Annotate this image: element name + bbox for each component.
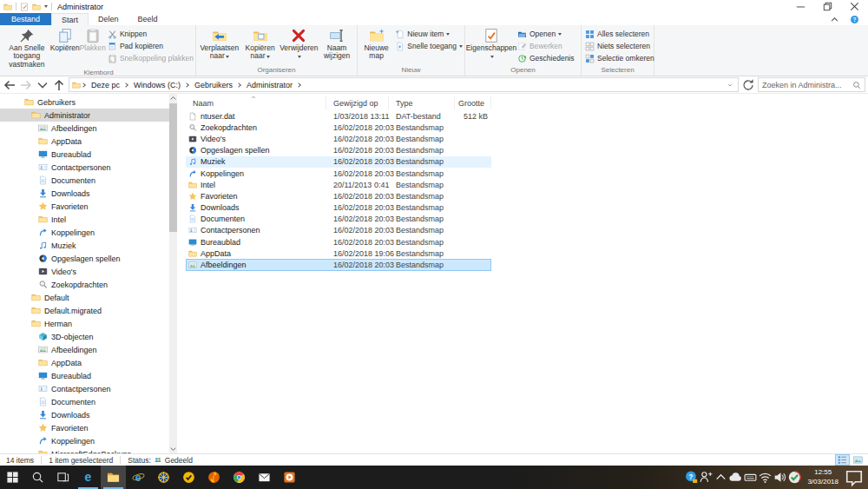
sidebar-item[interactable]: Downloads (0, 408, 177, 421)
breadcrumb-item[interactable]: Gebruikers (191, 81, 243, 89)
sidebar-item[interactable]: Afbeeldingen (0, 122, 177, 135)
qat-new-folder-icon[interactable] (32, 3, 41, 11)
sidebar-item[interactable]: Video's (0, 265, 177, 278)
close-button[interactable] (841, 0, 868, 13)
details-view-button[interactable] (835, 454, 850, 466)
breadcrumb-item[interactable]: Windows (C:) (130, 81, 191, 89)
tray-icon[interactable]: ? (684, 466, 699, 489)
sidebar-item[interactable]: MicrosoftEdgeBackups (0, 447, 177, 453)
select-none-button[interactable]: Niets selecteren (585, 41, 654, 51)
forward-button[interactable] (19, 78, 33, 92)
sidebar-item[interactable]: Documenten (0, 395, 177, 408)
tab-file[interactable]: Bestand (0, 13, 51, 25)
taskbar-app[interactable] (176, 466, 201, 489)
open-button[interactable]: Openen (517, 29, 575, 39)
copy-button[interactable]: Kopiëren (50, 25, 80, 69)
ribbon-tab[interactable]: Beeld (128, 13, 168, 25)
sidebar-item[interactable]: Opgeslagen spellen (0, 252, 177, 265)
action-center-icon[interactable] (844, 466, 865, 489)
copy-path-button[interactable]: Pad kopiëren (108, 41, 194, 51)
taskbar-app[interactable] (227, 466, 252, 489)
paste-shortcut-button[interactable]: Snelkoppeling plakken (108, 53, 194, 63)
tray-icon[interactable] (743, 466, 758, 489)
sidebar-item[interactable]: Documenten (0, 174, 177, 187)
sidebar-item[interactable]: Favorieten (0, 421, 177, 434)
tray-icon[interactable] (728, 466, 743, 489)
invert-selection-button[interactable]: Selectie omkeren (585, 53, 654, 63)
file-row[interactable]: ntuser.dat 1/03/2018 13:11 DAT-bestand 5… (186, 110, 491, 122)
qat-customize-icon[interactable] (44, 5, 48, 8)
easy-access-button[interactable]: Snelle toegang (395, 41, 463, 51)
sidebar-item[interactable]: AppData (0, 356, 177, 369)
sidebar-item[interactable]: Herman (0, 317, 177, 330)
sidebar-item[interactable]: 3D-objecten (0, 330, 177, 343)
scroll-down-icon[interactable] (169, 445, 177, 453)
tray-icon[interactable] (713, 466, 728, 489)
minimize-button[interactable] (787, 0, 814, 13)
sidebar-scrollbar[interactable] (169, 94, 177, 453)
sidebar-item[interactable]: AppData (0, 135, 177, 148)
sidebar-item[interactable]: Default (0, 291, 177, 304)
taskbar-app[interactable]: e (126, 466, 151, 489)
sidebar-item[interactable]: Intel (0, 213, 177, 226)
sidebar-item[interactable]: Afbeeldingen (0, 343, 177, 356)
properties-button[interactable]: Eigenschappen (467, 25, 516, 66)
ribbon-tab[interactable]: Start (51, 13, 89, 25)
column-header-modified[interactable]: Gewijzigd op (326, 96, 389, 109)
sidebar-item[interactable]: Downloads (0, 187, 177, 200)
file-row[interactable]: Zoekopdrachten 16/02/2018 20:03 Bestands… (186, 122, 491, 133)
tray-icon[interactable] (773, 466, 787, 489)
file-row[interactable]: Afbeeldingen 16/02/2018 20:03 Bestandsma… (186, 259, 491, 270)
up-button[interactable] (52, 78, 66, 92)
rename-button[interactable]: Naam wijzigen (319, 25, 355, 66)
sidebar-item[interactable]: Contactpersonen (0, 382, 177, 395)
column-header-size[interactable]: Grootte (455, 96, 491, 109)
tray-icon[interactable] (758, 466, 773, 489)
pin-to-quick-access-button[interactable]: Aan Snelle toegang vastmaken (3, 25, 50, 69)
new-folder-button[interactable]: Nieuwe map (359, 25, 393, 66)
new-item-button[interactable]: Nieuw item (395, 29, 463, 39)
taskbar-app[interactable] (50, 466, 76, 489)
sidebar-item[interactable]: Bureaublad (0, 369, 177, 382)
scroll-up-icon[interactable] (169, 94, 177, 102)
breadcrumb-item[interactable]: Deze pc (88, 81, 130, 89)
sidebar-item[interactable]: Zoekopdrachten (0, 278, 177, 291)
cut-button[interactable]: Knippen (108, 29, 194, 39)
sidebar-item[interactable]: Koppelingen (0, 226, 177, 239)
file-row[interactable]: AppData 16/02/2018 19:06 Bestandsmap (186, 248, 491, 259)
thumbnails-view-button[interactable] (851, 454, 865, 466)
file-row[interactable]: Intel 20/11/2013 0:41 Bestandsmap (186, 179, 491, 190)
column-header-name[interactable]: Naam (186, 96, 326, 109)
file-row[interactable]: Bureaublad 16/02/2018 20:03 Bestandsmap (186, 236, 491, 248)
column-header-type[interactable]: Type (389, 96, 455, 109)
sidebar-item[interactable]: Favorieten (0, 200, 177, 213)
file-row[interactable]: Video's 16/02/2018 20:03 Bestandsmap (186, 133, 491, 144)
sidebar-item[interactable]: Contactpersonen (0, 161, 177, 174)
recent-locations-caret[interactable] (36, 78, 49, 92)
scrollbar-thumb[interactable] (169, 103, 177, 232)
restore-button[interactable] (814, 0, 841, 13)
sidebar-item[interactable]: Administrator (0, 109, 177, 122)
file-row[interactable]: Koppelingen 16/02/2018 20:03 Bestandsmap (186, 168, 491, 179)
file-row[interactable]: Contactpersonen 16/02/2018 20:03 Bestand… (186, 225, 491, 236)
sidebar-item[interactable]: Koppelingen (0, 434, 177, 447)
file-row[interactable]: Muziek 16/02/2018 20:03 Bestandsmap (186, 156, 491, 168)
edit-button[interactable]: Bewerken (517, 41, 575, 51)
taskbar-app[interactable] (151, 466, 176, 489)
taskbar-app[interactable]: e (76, 466, 101, 489)
ribbon-tab[interactable]: Delen (89, 13, 128, 25)
paste-button[interactable]: Plakken (80, 25, 106, 69)
taskbar-app[interactable] (201, 466, 227, 489)
search-box[interactable]: Zoeken in Administra... (758, 77, 865, 92)
address-history-caret[interactable] (725, 82, 735, 89)
tray-icon[interactable] (787, 466, 802, 489)
back-button[interactable] (3, 78, 16, 92)
taskbar-app[interactable] (0, 466, 25, 489)
delete-button[interactable]: Verwijderen (279, 25, 319, 66)
taskbar-app[interactable] (101, 466, 126, 489)
sidebar-item[interactable]: Muziek (0, 239, 177, 252)
file-row[interactable]: Documenten 16/02/2018 20:03 Bestandsmap (186, 214, 491, 225)
taskbar-clock[interactable]: 12:55 3/03/2018 (802, 468, 844, 486)
history-button[interactable]: Geschiedenis (517, 53, 575, 63)
taskbar-app[interactable] (25, 466, 50, 489)
